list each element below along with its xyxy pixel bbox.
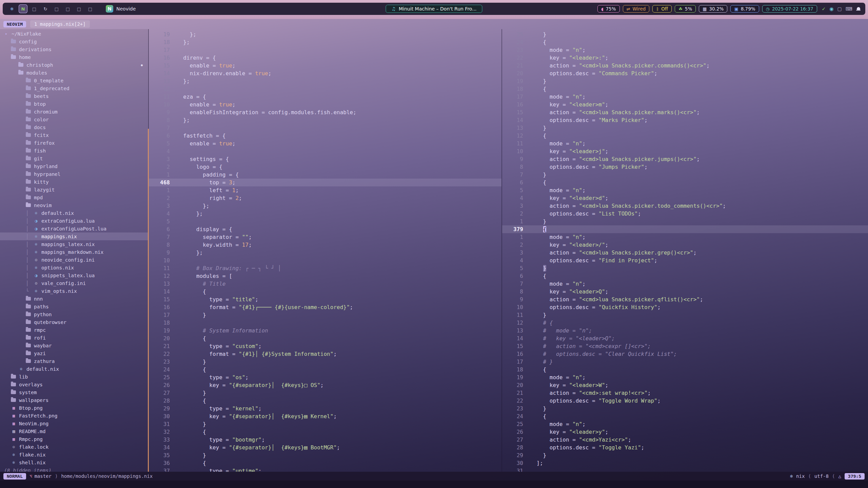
- code-line[interactable]: 9 action = "<cmd>lua Snacks.picker.qflis…: [502, 296, 868, 303]
- code-line[interactable]: 7 }: [502, 171, 868, 179]
- tree-item-NeoVim.png[interactable]: ▦NeoVim.png: [0, 420, 148, 427]
- tree-item-yazi[interactable]: yazi: [0, 349, 148, 357]
- code-line[interactable]: 9 action = "<cmd>lua Snacks.picker.jumps…: [502, 155, 868, 163]
- code-line[interactable]: 22 format = "{#1}│ {#}System Information…: [149, 350, 501, 358]
- workspace-6[interactable]: □: [63, 4, 72, 13]
- code-line[interactable]: 24 {: [502, 38, 868, 46]
- code-line[interactable]: 2 logo = {: [149, 163, 501, 171]
- tree-item-python[interactable]: python: [0, 310, 148, 318]
- tree-item-rmpc[interactable]: rmpc: [0, 326, 148, 334]
- tree-item-vale_config.ini[interactable]: │⚙vale_config.ini: [0, 279, 148, 287]
- code-line[interactable]: 10 key = "<leader>j";: [502, 147, 868, 155]
- code-line[interactable]: 9 };: [149, 249, 501, 257]
- code-line[interactable]: 4: [149, 147, 501, 155]
- code-line[interactable]: 1 padding = {: [149, 171, 501, 179]
- display-icon[interactable]: ▢: [837, 6, 842, 12]
- code-line[interactable]: 2 right = 2;: [149, 194, 501, 202]
- code-line[interactable]: 12 # {: [502, 319, 868, 327]
- code-line[interactable]: 11 }: [502, 311, 868, 319]
- code-line[interactable]: 20 options.desc = "Commands Picker";: [502, 69, 868, 77]
- code-line[interactable]: 21 action = "<cmd>lua Snacks.picker.comm…: [502, 62, 868, 69]
- code-line[interactable]: 25 type = "os";: [149, 373, 501, 381]
- code-line[interactable]: 14 # key = "<leader>Q";: [502, 334, 868, 342]
- module-network[interactable]: ⇌Wired: [623, 5, 650, 13]
- code-line[interactable]: 8 };: [149, 116, 501, 124]
- editor-window-left[interactable]: 19 };18 };1716 direnv = {15 enable = tru…: [149, 29, 502, 472]
- code-line[interactable]: 23 }: [149, 358, 501, 366]
- code-line[interactable]: 18 {: [502, 85, 868, 93]
- code-line[interactable]: 16 # options.desc = "Clear Quickfix List…: [502, 350, 868, 358]
- tree-item-wallpapers[interactable]: wallpapers: [0, 396, 148, 404]
- code-line[interactable]: 468 top = 3;: [149, 179, 501, 186]
- code-line[interactable]: 1 mode = "n";: [502, 233, 868, 241]
- module-memory[interactable]: ▦30.2%: [699, 5, 727, 13]
- code-line[interactable]: 31: [502, 467, 868, 472]
- tree-item-firefox[interactable]: firefox: [0, 139, 148, 147]
- code-line[interactable]: 27 action = "<cmd>Yazi<cr>";: [502, 436, 868, 444]
- code-line[interactable]: 6 {: [502, 272, 868, 280]
- tree-item-nnn[interactable]: nnn: [0, 295, 148, 303]
- code-line[interactable]: 17 mode = "n";: [502, 93, 868, 101]
- code-line[interactable]: 5 mode = "n";: [502, 186, 868, 194]
- music-widget[interactable]: ♫ Minuit Machine – Don't Run Fro...: [386, 5, 482, 13]
- tree-item-Btop.png[interactable]: ▦Btop.png: [0, 404, 148, 412]
- code-line[interactable]: 37 type = "uptime";: [149, 467, 501, 472]
- tree-item-0_template[interactable]: 0_template: [0, 77, 148, 84]
- keyboard-icon[interactable]: ⌨: [846, 6, 852, 12]
- code-line[interactable]: 12: [149, 85, 501, 93]
- code-line[interactable]: 28 {: [149, 397, 501, 405]
- code-line[interactable]: 20 key = "<leader>W";: [502, 381, 868, 389]
- tree-item-color[interactable]: color: [0, 116, 148, 123]
- tree-item-beets[interactable]: beets: [0, 92, 148, 100]
- tree-item-mpd[interactable]: mpd: [0, 194, 148, 201]
- tree-item-docs[interactable]: docs: [0, 123, 148, 131]
- code-line[interactable]: 17 }: [149, 311, 501, 319]
- code-line[interactable]: 26 key = "<leader>y";: [502, 428, 868, 436]
- code-line[interactable]: 31 }: [149, 420, 501, 428]
- code-line[interactable]: 1 left = 1;: [149, 186, 501, 194]
- code-line[interactable]: 32 {: [149, 428, 501, 436]
- tree-item-options.nix[interactable]: │❄options.nix: [0, 264, 148, 271]
- code-line[interactable]: 15 action = "<cmd>lua Snacks.picker.mark…: [502, 108, 868, 116]
- code-line[interactable]: 16 direnv = {: [149, 54, 501, 62]
- code-line[interactable]: 20 {: [149, 334, 501, 342]
- code-line[interactable]: 21 type = "custom";: [149, 342, 501, 350]
- tree-item-neovim[interactable]: neovim: [0, 201, 148, 209]
- tree-item-btop[interactable]: btop: [0, 100, 148, 108]
- module-cpu[interactable]: ▣8.79%: [730, 5, 759, 13]
- code-line[interactable]: 6 display = {: [149, 225, 501, 233]
- code-line[interactable]: 22 options.desc = "Toggle Word Wrap";: [502, 397, 868, 405]
- code-line[interactable]: 1 }: [502, 218, 868, 225]
- tree-item-paths[interactable]: paths: [0, 303, 148, 310]
- tree-item-christoph[interactable]: christoph●: [0, 61, 148, 69]
- code-line[interactable]: 13 }: [502, 124, 868, 132]
- code-line[interactable]: 25 }: [502, 30, 868, 38]
- code-line[interactable]: 5: [149, 218, 501, 225]
- tree-item-default.nix[interactable]: │❄default.nix: [0, 209, 148, 217]
- tree-item-Rmpc.png[interactable]: ▦Rmpc.png: [0, 435, 148, 443]
- code-line[interactable]: 12 {: [502, 132, 868, 140]
- code-line[interactable]: 22 key = "<leader>:";: [502, 54, 868, 62]
- tree-item-hyprland[interactable]: hyprland: [0, 162, 148, 170]
- code-line[interactable]: 35 }: [149, 451, 501, 459]
- code-line[interactable]: 4 key = "<leader>d";: [502, 194, 868, 202]
- code-line[interactable]: 14 options.desc = "Marks Picker";: [502, 116, 868, 124]
- code-line[interactable]: 10: [149, 257, 501, 264]
- code-line[interactable]: 15 # action = "<cmd>cexpr []<cr>";: [502, 342, 868, 350]
- tree-item-flake.nix[interactable]: ❄flake.nix: [0, 451, 148, 459]
- code-line[interactable]: 8 key.width = 17;: [149, 241, 501, 249]
- tree-item-zathura[interactable]: zathura: [0, 357, 148, 365]
- code-line[interactable]: 19 }: [502, 77, 868, 85]
- workspace-3[interactable]: □: [30, 4, 39, 13]
- code-line[interactable]: 7 mode = "n";: [502, 280, 868, 288]
- tree-item-config[interactable]: config: [0, 38, 148, 45]
- code-line[interactable]: 3 };: [149, 202, 501, 210]
- tree-item-1_deprecated[interactable]: 1_deprecated: [0, 84, 148, 92]
- code-line[interactable]: 3 action = "<cmd>lua Snacks.picker.grep(…: [502, 249, 868, 257]
- code-line[interactable]: 15 enable = true;: [149, 62, 501, 69]
- code-line[interactable]: 10 enable = true;: [149, 101, 501, 108]
- tab-mappings-nix[interactable]: 1 mappings.nix[2+]: [30, 20, 90, 28]
- code-line[interactable]: 12 modules = [: [149, 272, 501, 280]
- code-line[interactable]: 14 nix-direnv.enable = true;: [149, 69, 501, 77]
- tree-item-FastFetch.png[interactable]: ▦FastFetch.png: [0, 412, 148, 420]
